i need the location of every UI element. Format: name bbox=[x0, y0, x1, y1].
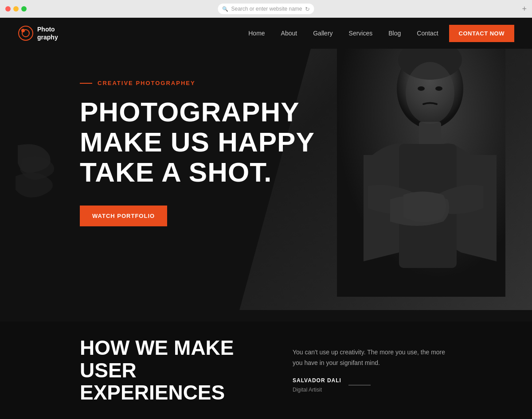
nav-links: Home About Gallery Services Blog Contact bbox=[248, 30, 438, 37]
svg-point-2 bbox=[21, 29, 25, 32]
svg-point-0 bbox=[19, 26, 33, 40]
maximize-button[interactable] bbox=[21, 6, 27, 12]
contact-now-button[interactable]: CONTACT NOW bbox=[449, 25, 514, 42]
reload-icon[interactable]: ↻ bbox=[305, 6, 310, 12]
svg-point-10 bbox=[435, 86, 442, 91]
watch-portfolio-button[interactable]: WATCH PORTFOLIO bbox=[80, 206, 167, 226]
bottom-section: HOW WE MAKE USER EXPERIENCES You can't u… bbox=[0, 322, 532, 419]
nav-blog[interactable]: Blog bbox=[388, 30, 401, 37]
browser-chrome: 🔍 Search or enter website name ↻ + bbox=[0, 0, 532, 18]
navbar: Photo graphy Home About Gallery Services… bbox=[0, 18, 532, 49]
creative-line bbox=[80, 83, 92, 84]
brush-strokes-decoration bbox=[13, 119, 58, 209]
hero-title-line3: TAKE A SHOT. bbox=[80, 157, 272, 187]
nav-about[interactable]: About bbox=[281, 30, 297, 37]
author-name: SALVADOR DALI bbox=[293, 377, 341, 384]
new-tab-button[interactable]: + bbox=[522, 4, 527, 14]
svg-point-8 bbox=[406, 62, 454, 124]
hero-section: CREATIVE PHOTOGRAPHEY PHOTOGRAPHY MAKE U… bbox=[0, 18, 532, 310]
bottom-title: HOW WE MAKE USER EXPERIENCES bbox=[80, 337, 266, 404]
address-bar[interactable]: 🔍 Search or enter website name ↻ bbox=[218, 4, 314, 14]
search-icon: 🔍 bbox=[222, 6, 228, 12]
nav-services[interactable]: Services bbox=[349, 30, 373, 37]
close-button[interactable] bbox=[5, 6, 11, 12]
logo-icon bbox=[18, 25, 34, 41]
traffic-lights bbox=[5, 6, 27, 12]
hero-title: PHOTOGRAPHY MAKE US HAPPY TAKE A SHOT. bbox=[80, 97, 315, 188]
minimize-button[interactable] bbox=[13, 6, 19, 12]
photographer-portrait bbox=[337, 31, 505, 297]
creative-text: CREATIVE PHOTOGRAPHEY bbox=[98, 80, 196, 86]
nav-contact[interactable]: Contact bbox=[417, 30, 438, 37]
hero-content: CREATIVE PHOTOGRAPHEY PHOTOGRAPHY MAKE U… bbox=[80, 80, 315, 226]
address-text: Search or enter website name bbox=[231, 6, 302, 12]
nav-gallery[interactable]: Gallery bbox=[313, 30, 332, 37]
creative-label: CREATIVE PHOTOGRAPHEY bbox=[80, 80, 315, 86]
bottom-left: HOW WE MAKE USER EXPERIENCES bbox=[80, 337, 266, 404]
logo-text: Photo graphy bbox=[37, 25, 58, 41]
author-info: SALVADOR DALI Digital Artisit bbox=[293, 377, 452, 393]
author-title: Digital Artisit bbox=[293, 387, 322, 393]
nav-home[interactable]: Home bbox=[248, 30, 265, 37]
logo[interactable]: Photo graphy bbox=[18, 25, 58, 41]
bottom-right: You can't use up creativity. The more yo… bbox=[266, 347, 452, 393]
bottom-quote: You can't use up creativity. The more yo… bbox=[293, 347, 452, 369]
hero-title-line2: MAKE US HAPPY bbox=[80, 127, 315, 157]
bottom-title-line2: USER EXPERIENCES bbox=[80, 359, 225, 404]
author-details: SALVADOR DALI Digital Artisit bbox=[293, 377, 341, 393]
svg-point-9 bbox=[418, 86, 425, 91]
hero-title-line1: PHOTOGRAPHY bbox=[80, 97, 300, 127]
bottom-title-line1: HOW WE MAKE bbox=[80, 336, 234, 359]
author-divider-line bbox=[348, 385, 371, 385]
website-content: Photo graphy Home About Gallery Services… bbox=[0, 18, 532, 419]
